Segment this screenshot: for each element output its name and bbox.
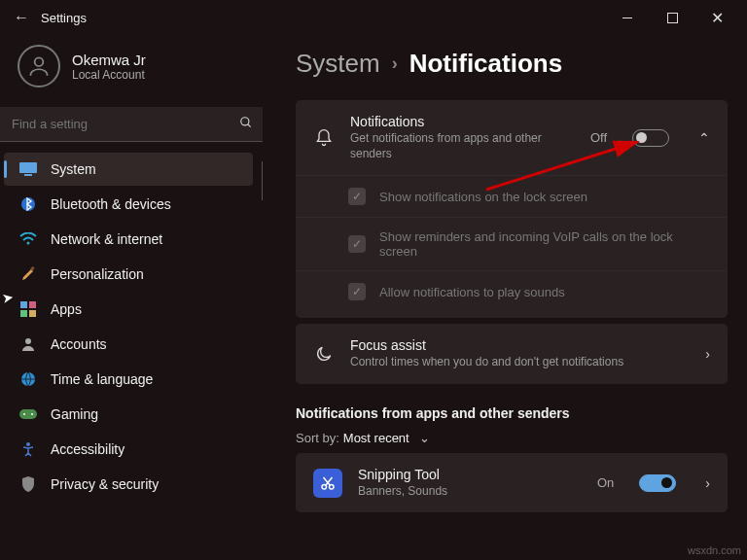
breadcrumb: System › Notifications (296, 49, 728, 79)
notifications-toggle[interactable] (632, 129, 669, 147)
notifications-card: Notifications Get notifications from app… (296, 100, 728, 318)
snipping-tool-icon (313, 469, 342, 498)
sidebar-item-label: Network & internet (51, 231, 162, 247)
notifications-row[interactable]: Notifications Get notifications from app… (296, 100, 728, 175)
focus-title: Focus assist (350, 337, 676, 353)
sidebar-item-label: Privacy & security (51, 476, 159, 492)
sidebar-item-bluetooth[interactable]: Bluetooth & devices (4, 188, 253, 221)
sidebar-item-label: Accounts (51, 336, 107, 352)
bluetooth-icon (19, 195, 37, 213)
sidebar-scroll-divider (262, 161, 263, 200)
chevron-right-icon: › (392, 53, 398, 74)
sidebar-item-label: Personalization (51, 266, 144, 282)
svg-point-12 (25, 338, 31, 344)
svg-rect-9 (29, 301, 36, 308)
apps-section-title: Notifications from apps and other sender… (296, 405, 728, 421)
opt-label: Show notifications on the lock screen (379, 190, 587, 204)
shield-icon (19, 475, 37, 493)
main-content: System › Notifications Notifications Get… (263, 35, 747, 560)
bell-icon (313, 128, 335, 148)
chevron-right-icon: › (705, 475, 710, 491)
sort-value: Most recent (343, 431, 409, 445)
search-icon (230, 116, 263, 132)
apps-icon (19, 300, 37, 318)
user-account-type: Local Account (72, 68, 146, 82)
notifications-state-label: Off (590, 130, 607, 145)
svg-rect-10 (20, 310, 27, 317)
sidebar-item-network[interactable]: Network & internet (4, 223, 253, 256)
opt-reminders: ✓ Show reminders and incoming VoIP calls… (296, 217, 728, 270)
checkbox-icon[interactable]: ✓ (348, 235, 366, 253)
sidebar-item-label: Accessibility (51, 441, 124, 457)
paintbrush-icon (19, 265, 37, 283)
app-toggle[interactable] (639, 474, 676, 492)
checkbox-icon[interactable]: ✓ (348, 188, 366, 205)
sidebar: Okemwa Jr Local Account System Bluetooth… (0, 35, 263, 560)
page-title: Notifications (409, 49, 562, 79)
avatar (18, 45, 60, 88)
svg-point-1 (241, 118, 249, 125)
opt-lock-screen: ✓ Show notifications on the lock screen (296, 175, 728, 217)
focus-assist-card[interactable]: Focus assist Control times when you do a… (296, 324, 728, 384)
back-button[interactable]: ← (8, 9, 35, 26)
globe-icon (19, 370, 37, 388)
sidebar-item-label: System (51, 161, 96, 177)
maximize-button[interactable] (650, 0, 694, 35)
nav-list: System Bluetooth & devices Network & int… (0, 152, 263, 502)
sidebar-item-system[interactable]: System (4, 153, 253, 186)
opt-sounds: ✓ Allow notifications to play sounds (296, 270, 728, 312)
app-desc: Banners, Sounds (358, 484, 582, 500)
svg-point-15 (23, 413, 25, 415)
notifications-desc: Get notifications from apps and other se… (350, 131, 575, 161)
cursor-icon: ➤ (1, 289, 16, 306)
svg-point-17 (26, 442, 30, 446)
close-button[interactable]: ✕ (694, 0, 739, 35)
sidebar-item-label: Gaming (51, 406, 98, 422)
svg-rect-3 (19, 162, 37, 173)
sort-label: Sort by: (296, 431, 339, 445)
checkbox-icon[interactable]: ✓ (348, 283, 366, 300)
sort-by[interactable]: Sort by: Most recent ⌄ (296, 431, 728, 445)
moon-icon (313, 344, 335, 364)
chevron-right-icon: › (705, 346, 710, 362)
system-icon (19, 160, 37, 178)
minimize-button[interactable] (605, 0, 650, 35)
app-name: Snipping Tool (358, 467, 582, 482)
sidebar-item-privacy[interactable]: Privacy & security (4, 468, 253, 501)
svg-point-16 (31, 413, 33, 415)
notifications-title: Notifications (350, 114, 575, 129)
accessibility-icon (19, 440, 37, 458)
svg-point-0 (35, 57, 44, 66)
gaming-icon (19, 405, 37, 423)
svg-rect-8 (20, 301, 27, 308)
watermark: wsxdn.com (688, 544, 741, 556)
sidebar-item-personalization[interactable]: Personalization (4, 258, 253, 291)
app-snipping-tool-card[interactable]: Snipping Tool Banners, Sounds On › (296, 453, 728, 513)
sidebar-item-label: Bluetooth & devices (51, 196, 171, 212)
chevron-down-icon: ⌄ (419, 431, 430, 445)
titlebar: ← Settings ✕ (0, 0, 747, 35)
sidebar-item-apps[interactable]: Apps (4, 293, 253, 326)
search-input[interactable] (0, 117, 230, 131)
app-state-label: On (597, 475, 614, 490)
sidebar-item-accounts[interactable]: Accounts (4, 328, 253, 361)
svg-line-2 (248, 124, 251, 127)
wifi-icon (19, 230, 37, 248)
chevron-up-icon[interactable]: ⌃ (698, 130, 710, 146)
breadcrumb-parent[interactable]: System (296, 49, 380, 79)
accounts-icon (19, 335, 37, 353)
user-profile[interactable]: Okemwa Jr Local Account (0, 35, 263, 103)
sidebar-item-label: Time & language (51, 371, 153, 387)
window-title: Settings (41, 11, 87, 25)
svg-rect-14 (19, 409, 37, 419)
focus-desc: Control times when you do and don't get … (350, 355, 676, 370)
sidebar-item-time-language[interactable]: Time & language (4, 363, 253, 396)
search-box[interactable] (0, 107, 263, 142)
svg-rect-4 (24, 174, 32, 176)
svg-rect-11 (29, 310, 36, 317)
user-name: Okemwa Jr (72, 52, 146, 68)
sidebar-item-gaming[interactable]: Gaming (4, 398, 253, 431)
svg-point-6 (27, 242, 30, 245)
sidebar-item-accessibility[interactable]: Accessibility (4, 433, 253, 466)
sidebar-item-label: Apps (51, 301, 82, 317)
